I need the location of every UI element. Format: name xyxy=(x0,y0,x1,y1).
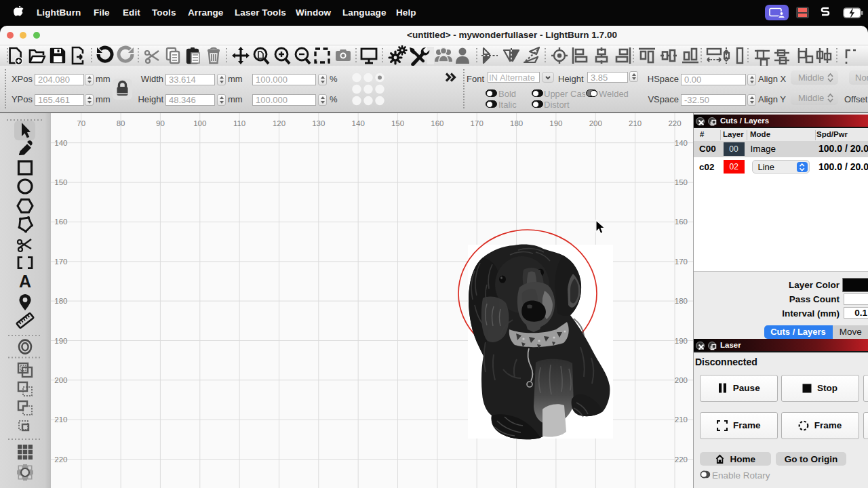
svg-text:140: 140 xyxy=(675,139,688,147)
svg-text:200: 200 xyxy=(54,376,67,384)
svg-text:190: 190 xyxy=(675,337,688,345)
svg-text:70: 70 xyxy=(77,119,85,127)
svg-text:140: 140 xyxy=(352,119,365,127)
svg-text:210: 210 xyxy=(54,415,67,424)
svg-text:170: 170 xyxy=(675,258,688,266)
svg-text:130: 130 xyxy=(312,119,325,127)
svg-text:190: 190 xyxy=(549,119,562,127)
svg-text:100: 100 xyxy=(193,119,206,127)
svg-text:180: 180 xyxy=(54,297,67,305)
svg-text:170: 170 xyxy=(471,119,484,127)
svg-text:80: 80 xyxy=(117,119,125,127)
svg-text:220: 220 xyxy=(54,455,67,464)
svg-text:180: 180 xyxy=(675,297,688,305)
svg-text:180: 180 xyxy=(510,119,523,127)
svg-text:220: 220 xyxy=(675,455,688,464)
svg-text:190: 190 xyxy=(54,337,67,345)
svg-text:110: 110 xyxy=(233,119,245,127)
svg-text:170: 170 xyxy=(54,258,67,266)
svg-text:220: 220 xyxy=(668,119,681,127)
svg-text:140: 140 xyxy=(54,139,67,147)
svg-text:160: 160 xyxy=(54,218,67,226)
svg-text:120: 120 xyxy=(273,119,285,127)
svg-text:160: 160 xyxy=(431,119,443,127)
svg-text:200: 200 xyxy=(589,119,602,127)
svg-text:90: 90 xyxy=(156,119,165,127)
svg-text:160: 160 xyxy=(675,218,688,226)
svg-text:150: 150 xyxy=(675,178,688,186)
svg-text:200: 200 xyxy=(675,376,688,384)
svg-text:150: 150 xyxy=(391,119,404,127)
svg-text:A: A xyxy=(19,272,31,291)
svg-text:150: 150 xyxy=(54,178,67,186)
svg-text:210: 210 xyxy=(629,119,642,127)
svg-text:210: 210 xyxy=(675,415,688,424)
